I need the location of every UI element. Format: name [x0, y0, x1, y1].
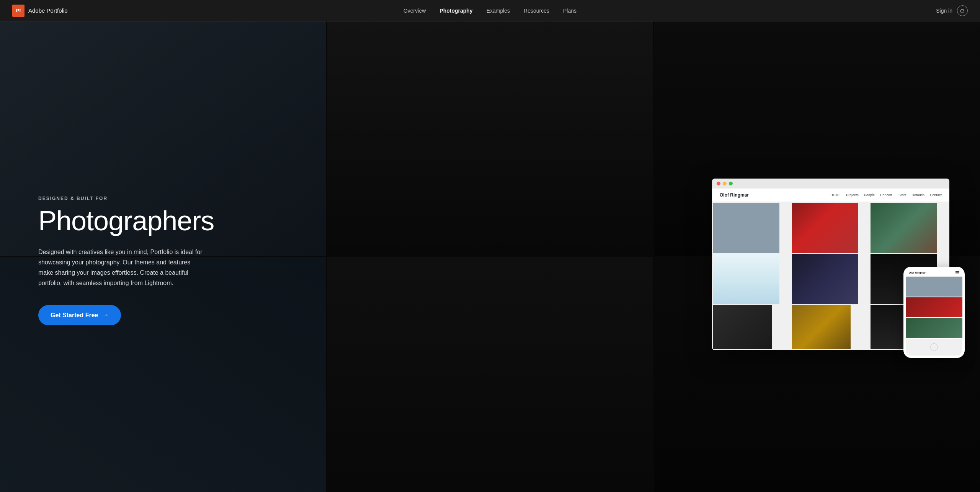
site-nav-concert[interactable]: Concert — [880, 193, 892, 197]
pf-logo[interactable]: Pf — [12, 5, 24, 17]
hamburger-icon[interactable] — [956, 271, 959, 274]
browser-dot-yellow — [723, 182, 727, 185]
navbar-brand-area: Pf Adobe Portfolio — [12, 5, 68, 17]
photo-cell-1 — [713, 203, 779, 253]
navbar-right: Sign in — [936, 5, 968, 16]
site-nav-projects[interactable]: Projects — [846, 193, 859, 197]
hero-title: Photographers — [38, 206, 214, 236]
phone-home-area — [906, 339, 962, 356]
browser-bar — [712, 179, 949, 189]
photo-cell-7 — [713, 305, 772, 349]
site-nav-retouch[interactable]: Retouch — [911, 193, 924, 197]
hero-left: DESIGNED & BUILT FOR Photographers Desig… — [38, 196, 214, 326]
creative-cloud-icon[interactable] — [957, 5, 968, 16]
photo-cell-4 — [713, 254, 779, 304]
hero-description: Designed with creatives like you in mind… — [38, 247, 207, 289]
phone-photo-1 — [906, 277, 962, 297]
navbar: Pf Adobe Portfolio Overview Photography … — [0, 0, 980, 21]
browser-dot-green — [729, 182, 733, 185]
phone-photo-2 — [906, 297, 962, 317]
phone-mockup: Olof Ringmar — [903, 267, 965, 358]
phone-home-button[interactable] — [930, 343, 938, 351]
hero-section: DESIGNED & BUILT FOR Photographers Desig… — [0, 0, 980, 492]
hero-content: DESIGNED & BUILT FOR Photographers Desig… — [0, 21, 980, 492]
nav-photography[interactable]: Photography — [439, 8, 472, 14]
site-nav-event[interactable]: Event — [897, 193, 906, 197]
nav-examples[interactable]: Examples — [487, 8, 510, 14]
hamburger-line-3 — [956, 274, 959, 274]
hamburger-line-2 — [956, 272, 959, 273]
photo-cell-5 — [792, 254, 858, 304]
site-brand: Olof Ringmar — [720, 192, 749, 198]
site-nav: Olof Ringmar HOME Projects People Concer… — [712, 189, 949, 202]
photo-cell-3 — [871, 203, 937, 253]
phone-photo-3 — [906, 318, 962, 338]
phone-nav: Olof Ringmar — [906, 269, 962, 277]
phone-screen: Olof Ringmar — [906, 269, 962, 356]
site-nav-links: HOME Projects People Concert Event Retou… — [830, 193, 942, 197]
nav-overview[interactable]: Overview — [403, 8, 426, 14]
browser-dot-red — [717, 182, 720, 185]
site-nav-home[interactable]: HOME — [830, 193, 841, 197]
site-nav-people[interactable]: People — [864, 193, 875, 197]
mockup-container: Olof Ringmar HOME Projects People Concer… — [712, 179, 949, 350]
site-nav-contact[interactable]: Contact — [930, 193, 942, 197]
cta-label: Get Started Free — [51, 312, 98, 319]
brand-name: Adobe Portfolio — [28, 7, 68, 14]
nav-resources[interactable]: Resources — [524, 8, 549, 14]
photo-cell-8 — [792, 305, 851, 349]
hamburger-line-1 — [956, 271, 959, 272]
phone-brand: Olof Ringmar — [909, 271, 926, 274]
eyebrow-text: DESIGNED & BUILT FOR — [38, 196, 214, 201]
photo-cell-2 — [792, 203, 858, 253]
hero-right: Olof Ringmar HOME Projects People Concer… — [214, 171, 949, 350]
nav-plans[interactable]: Plans — [563, 8, 577, 14]
cta-button[interactable]: Get Started Free → — [38, 305, 121, 325]
main-nav: Overview Photography Examples Resources … — [403, 8, 577, 14]
arrow-icon: → — [102, 311, 109, 319]
sign-in-link[interactable]: Sign in — [936, 8, 952, 14]
